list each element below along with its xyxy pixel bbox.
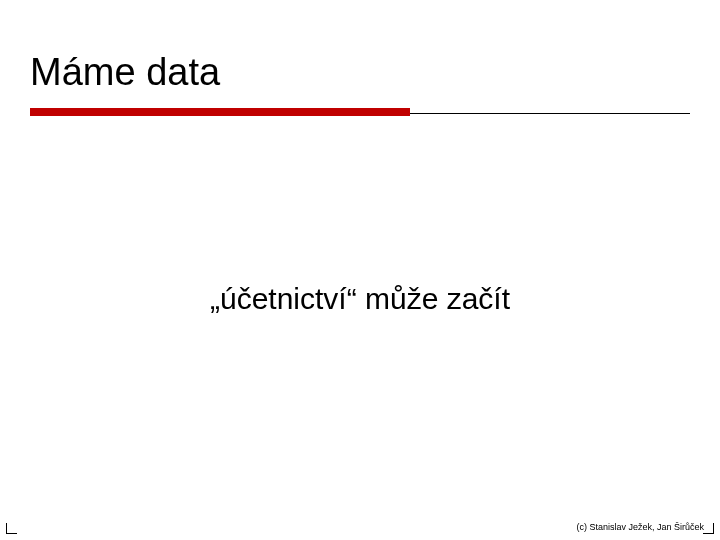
title-block: Máme data <box>30 50 690 96</box>
slide: Máme data „účetnictví“ může začít (c) St… <box>0 0 720 540</box>
corner-decor-br <box>703 523 714 534</box>
rule-accent <box>30 108 410 116</box>
slide-subtitle: „účetnictví“ může začít <box>0 282 720 316</box>
corner-decor-bl <box>6 523 17 534</box>
footer-credit: (c) Stanislav Ježek, Jan Širůček <box>576 522 704 532</box>
slide-title: Máme data <box>30 50 690 96</box>
title-rule <box>30 108 690 118</box>
